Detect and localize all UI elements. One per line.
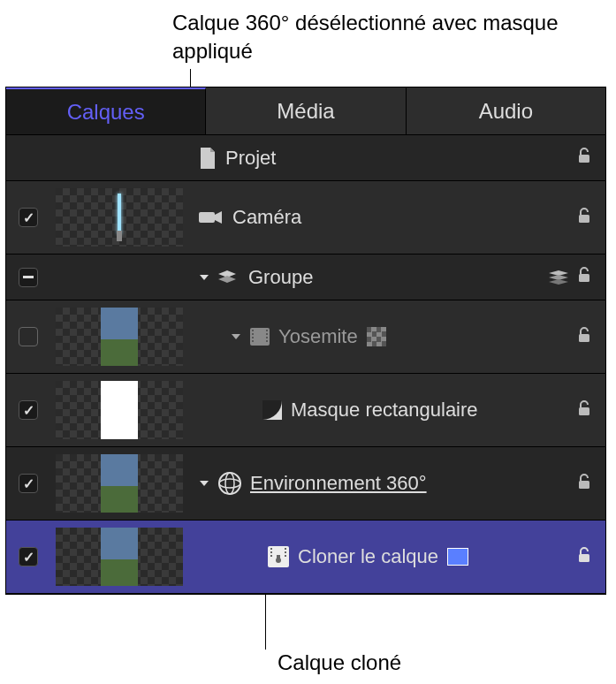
svg-rect-24 [285, 548, 286, 550]
row-label: Masque rectangulaire [291, 399, 478, 422]
row-camera[interactable]: Caméra [6, 181, 605, 255]
row-label: Cloner le calque [298, 545, 438, 568]
mask-applied-icon [367, 327, 386, 346]
tab-layers[interactable]: Calques [6, 87, 206, 134]
project-icon [199, 148, 217, 169]
visibility-checkbox[interactable] [19, 400, 38, 420]
env360-icon [218, 472, 241, 495]
row-label: Yosemite [278, 325, 358, 348]
lock-icon[interactable] [575, 546, 593, 568]
row-label: Projet [225, 147, 276, 170]
stack-icon[interactable] [549, 270, 568, 285]
thumbnail [56, 188, 183, 247]
annotation-top: Calque 360° désélectionné avec masque ap… [172, 9, 597, 66]
lock-icon[interactable] [575, 147, 593, 169]
svg-rect-7 [252, 337, 254, 338]
row-clone[interactable]: Cloner le calque [6, 521, 605, 594]
svg-rect-10 [266, 333, 268, 335]
row-label: Caméra [232, 206, 301, 229]
lock-icon[interactable] [575, 266, 593, 288]
svg-rect-1 [199, 212, 215, 223]
row-project[interactable]: Projet [6, 135, 605, 181]
tab-media[interactable]: Média [206, 87, 406, 134]
disclosure-triangle[interactable] [231, 331, 241, 342]
thumbnail [56, 308, 183, 366]
lock-icon[interactable] [575, 207, 593, 229]
clone-source-swatch [447, 548, 468, 566]
lock-icon[interactable] [575, 399, 593, 422]
mask-icon [262, 400, 282, 420]
svg-rect-15 [579, 407, 589, 415]
svg-rect-23 [270, 555, 272, 557]
svg-rect-13 [579, 334, 589, 342]
svg-rect-21 [270, 548, 272, 550]
tab-audio[interactable]: Audio [407, 87, 605, 134]
row-label: Groupe [248, 266, 313, 289]
thumbnail [56, 528, 183, 586]
svg-point-16 [219, 473, 240, 494]
visibility-checkbox[interactable] [19, 474, 38, 493]
svg-rect-0 [579, 155, 589, 163]
camera-icon [199, 209, 224, 225]
clone-icon [268, 546, 289, 567]
visibility-checkbox[interactable] [19, 327, 38, 346]
svg-point-18 [225, 473, 234, 494]
svg-rect-5 [252, 330, 254, 331]
row-env360[interactable]: Environnement 360° [6, 447, 605, 521]
visibility-checkbox[interactable] [19, 547, 38, 566]
disclosure-triangle[interactable] [199, 478, 209, 489]
svg-rect-8 [252, 340, 254, 342]
film-icon [250, 328, 270, 346]
svg-rect-28 [277, 555, 280, 559]
row-yosemite[interactable]: Yosemite [6, 300, 605, 374]
lock-icon[interactable] [575, 473, 593, 495]
disclosure-triangle[interactable] [199, 272, 209, 283]
thumbnail [56, 454, 183, 513]
svg-rect-19 [579, 481, 589, 489]
visibility-checkbox[interactable] [19, 268, 38, 287]
svg-rect-6 [252, 333, 254, 335]
row-label: Environnement 360° [250, 472, 427, 495]
svg-rect-12 [266, 340, 268, 342]
annotation-bottom: Calque cloné [278, 649, 543, 677]
leader-line [265, 595, 266, 650]
svg-rect-11 [266, 337, 268, 338]
svg-rect-22 [270, 551, 272, 553]
row-group[interactable]: Groupe [6, 255, 605, 300]
svg-rect-9 [266, 330, 268, 331]
panel-tabs: Calques Média Audio [6, 87, 605, 135]
svg-point-17 [219, 479, 240, 488]
layers-panel: Calques Média Audio Projet Caméra [5, 87, 606, 595]
thumbnail [56, 381, 183, 439]
svg-rect-25 [285, 551, 286, 553]
row-rectmask[interactable]: Masque rectangulaire [6, 374, 605, 447]
svg-rect-3 [579, 274, 589, 282]
visibility-checkbox[interactable] [19, 208, 38, 227]
svg-rect-26 [285, 555, 286, 557]
svg-rect-29 [579, 554, 589, 562]
svg-rect-2 [579, 215, 589, 223]
lock-icon[interactable] [575, 326, 593, 348]
group-icon [218, 270, 240, 285]
